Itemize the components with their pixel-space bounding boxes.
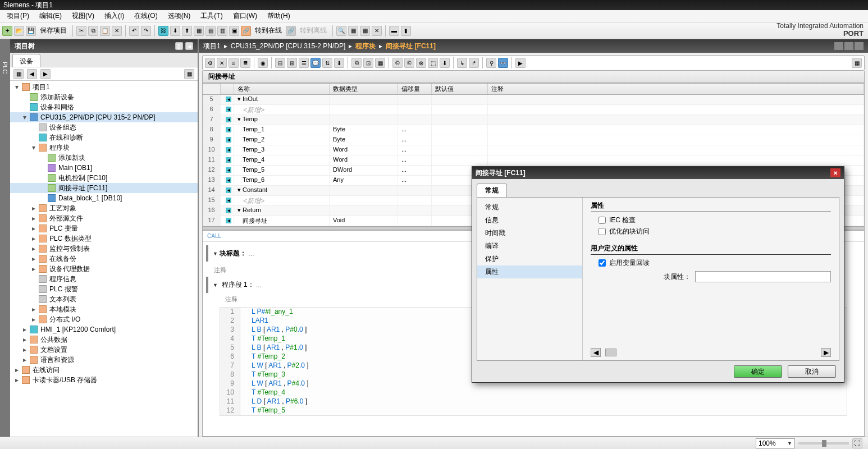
iec-checkbox[interactable] [599, 217, 606, 224]
code-line[interactable]: 12T #Temp_5 [220, 406, 847, 415]
save-icon[interactable]: 💾 [26, 26, 36, 36]
nav-attributes[interactable]: 属性 [477, 265, 582, 278]
expand-icon[interactable]: ▸ [13, 366, 20, 374]
et-icon-19[interactable]: ⬇ [440, 58, 450, 68]
tree-node[interactable]: PLC 报警 [10, 284, 198, 294]
tree-node[interactable]: ▸HMI_1 [KP1200 Comfort] [10, 324, 198, 335]
checkbox-optimized-access[interactable]: 优化的块访问 [599, 227, 823, 236]
tree-node[interactable]: ▸语言和资源 [10, 355, 198, 365]
tree-node[interactable]: ▾项目1 [10, 82, 198, 92]
back-icon[interactable]: ◀ [27, 69, 37, 79]
tree-node[interactable]: ▸在线访问 [10, 365, 198, 375]
tree-node[interactable]: 程序信息 [10, 274, 198, 284]
et-icon-8[interactable]: ☰ [299, 58, 309, 68]
ok-button[interactable]: 确定 [734, 365, 782, 378]
zoom-slider[interactable] [798, 442, 849, 445]
expand-icon[interactable]: ▸ [30, 224, 37, 232]
readback-checkbox[interactable] [599, 259, 606, 267]
search-icon[interactable]: 🔍 [336, 26, 346, 36]
compile-icon[interactable]: ⛓ [158, 26, 168, 36]
tree-node[interactable]: ▾程序块 [10, 143, 198, 153]
menu-help[interactable]: 帮助(H) [263, 10, 295, 22]
et-icon-17[interactable]: ⊗ [416, 58, 426, 68]
expand-icon[interactable]: ▸ [21, 326, 28, 333]
expand-icon[interactable]: ▸ [30, 255, 37, 263]
expand-icon[interactable]: ▸ [30, 245, 37, 253]
menu-tools[interactable]: 工具(T) [196, 10, 227, 22]
collapse-icon[interactable]: ▼ [213, 282, 218, 288]
menu-options[interactable]: 选项(N) [163, 10, 195, 22]
table-row[interactable]: 10◂ Temp_3Word... [203, 145, 864, 155]
undo-icon[interactable]: ↶ [129, 26, 139, 36]
table-row[interactable]: 7◂▾ Temp [203, 115, 864, 125]
expand-icon[interactable]: ▸ [21, 356, 28, 364]
tree-node[interactable]: 文本列表 [10, 294, 198, 304]
et-icon-22[interactable]: ⚲ [486, 58, 496, 68]
go-online-label[interactable]: 转到在线 [253, 26, 284, 35]
et-icon-4[interactable]: ≣ [240, 58, 250, 68]
tree-node[interactable]: Data_block_1 [DB10] [10, 193, 198, 203]
close-editor-icon[interactable] [855, 42, 864, 50]
nav-general[interactable]: 常规 [477, 201, 582, 214]
nav-compile[interactable]: 编译 [477, 240, 582, 253]
close-icon[interactable]: ✕ [830, 168, 840, 177]
tab-general[interactable]: 常规 [477, 184, 507, 197]
new-project-icon[interactable]: ✦ [2, 26, 12, 36]
minimize-icon[interactable] [834, 42, 843, 50]
save-project-label[interactable]: 保存项目 [38, 26, 69, 35]
tree-node[interactable]: ▸本地模块 [10, 304, 198, 314]
et-icon-23[interactable]: ▶ [515, 58, 526, 68]
et-icon-right[interactable]: ▦ [852, 58, 862, 68]
expand-icon[interactable]: ▸ [30, 265, 37, 273]
et-icon-10[interactable]: ⇅ [322, 58, 332, 68]
tree-node[interactable]: 在线和诊断 [10, 132, 198, 143]
tb-icon-2[interactable]: ▤ [205, 26, 216, 36]
tree-node[interactable]: ▾CPU315_2PN/DP [CPU 315-2 PN/DP] [10, 112, 198, 122]
copy-icon[interactable]: ⧉ [88, 26, 98, 36]
collapse-icon[interactable]: ▯ [175, 42, 183, 50]
et-icon-7[interactable]: ⊞ [287, 58, 297, 68]
expand-icon[interactable]: ▾ [13, 83, 20, 91]
open-project-icon[interactable]: 📂 [14, 26, 24, 36]
cancel-button[interactable]: 取消 [788, 365, 836, 378]
download-icon[interactable]: ⬇ [170, 26, 180, 36]
tree-node[interactable]: 添加新块 [10, 153, 198, 163]
expand-icon[interactable]: ▸ [13, 376, 20, 384]
table-row[interactable]: 5◂▾ InOut [203, 95, 864, 105]
tree-node[interactable]: 间接寻址 [FC11] [10, 183, 198, 193]
et-icon-20[interactable]: ↳ [457, 58, 467, 68]
table-row[interactable]: 6◂ <新增> [203, 105, 864, 115]
tree-node[interactable]: ▸工艺对象 [10, 203, 198, 213]
et-icon-14[interactable]: ▦ [375, 58, 385, 68]
pin-icon[interactable]: ◂ [185, 42, 193, 50]
tree-node[interactable]: ▸PLC 数据类型 [10, 233, 198, 244]
paste-icon[interactable]: 📋 [100, 26, 110, 36]
table-row[interactable]: 8◂ Temp_1Byte... [203, 125, 864, 135]
expand-icon[interactable]: ▸ [30, 214, 37, 222]
menu-window[interactable]: 窗口(W) [229, 10, 262, 22]
go-online-icon[interactable]: 🔗 [241, 26, 251, 36]
tree-node[interactable]: ▸设备代理数据 [10, 264, 198, 274]
et-icon-21[interactable]: ↱ [469, 58, 479, 68]
menu-online[interactable]: 在线(O) [130, 10, 162, 22]
block-attr-input[interactable] [695, 271, 831, 282]
tree-node[interactable]: 设备组态 [10, 122, 198, 132]
tb-icon-6[interactable]: ▦ [360, 26, 370, 36]
et-icon-12[interactable]: ⧉ [351, 58, 362, 68]
expand-icon[interactable]: ▸ [30, 235, 37, 242]
forward-icon[interactable]: ▶ [40, 69, 51, 79]
bc-current[interactable]: 间接寻址 [FC11] [386, 42, 436, 51]
tree-node[interactable]: ▸卡读卡器/USB 存储器 [10, 375, 198, 385]
tree-node[interactable]: ▸外部源文件 [10, 213, 198, 223]
checkbox-iec-check[interactable]: IEC 检查 [599, 216, 823, 225]
menu-insert[interactable]: 插入(I) [100, 10, 129, 22]
tree-node[interactable]: 添加新设备 [10, 92, 198, 102]
checkbox-readback[interactable]: 启用变量回读 [599, 258, 823, 268]
et-icon-9[interactable]: 💬 [310, 58, 321, 68]
maximize-icon[interactable] [844, 42, 853, 50]
nav-timestamp[interactable]: 时间戳 [477, 227, 582, 240]
tb-icon-3[interactable]: ▥ [217, 26, 227, 36]
expand-icon[interactable]: ▸ [30, 305, 37, 313]
table-row[interactable]: 11◂ Temp_4Word... [203, 155, 864, 166]
et-icon-13[interactable]: ⊡ [363, 58, 373, 68]
